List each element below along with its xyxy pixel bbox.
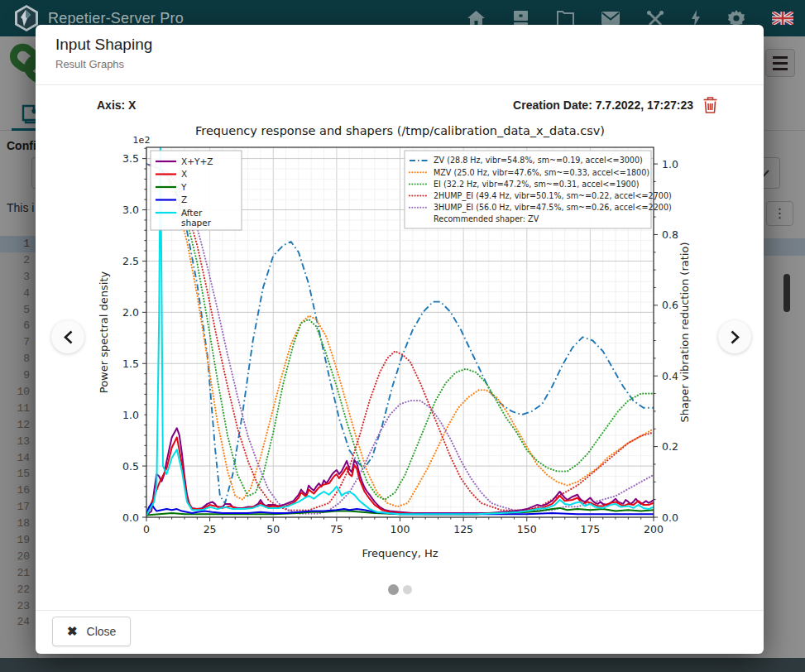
folder-icon[interactable] — [557, 11, 574, 26]
svg-text:175: 175 — [580, 523, 600, 535]
svg-text:50: 50 — [266, 523, 280, 535]
svg-text:150: 150 — [517, 523, 537, 535]
svg-text:3.0: 3.0 — [122, 204, 139, 216]
svg-text:0.8: 0.8 — [662, 228, 678, 241]
svg-text:25: 25 — [204, 523, 217, 535]
creation-date-label: Creation Date: 7.7.2022, 17:27:23 — [513, 98, 693, 112]
carousel-dot[interactable] — [388, 584, 399, 595]
svg-text:0.0: 0.0 — [662, 511, 678, 524]
modal-title: Input Shaping — [55, 36, 744, 54]
svg-text:125: 125 — [453, 523, 473, 535]
chevron-right-icon — [731, 330, 740, 344]
home-icon[interactable] — [467, 11, 485, 26]
svg-text:X+Y+Z: X+Y+Z — [181, 156, 213, 166]
printer-icon[interactable] — [512, 11, 529, 26]
svg-text:X: X — [181, 169, 187, 179]
svg-text:1.0: 1.0 — [122, 409, 139, 421]
svg-text:EI (32.2 Hz, vibr=47.2%, sm~=0: EI (32.2 Hz, vibr=47.2%, sm~=0.31, accel… — [434, 180, 640, 189]
carousel-dot[interactable] — [403, 585, 412, 594]
svg-text:1.0: 1.0 — [662, 158, 678, 170]
svg-text:Frequency, Hz: Frequency, Hz — [362, 547, 438, 559]
svg-text:0: 0 — [143, 523, 150, 535]
svg-text:0.4: 0.4 — [662, 370, 678, 382]
svg-text:1e2: 1e2 — [133, 135, 151, 146]
svg-text:75: 75 — [330, 523, 343, 535]
svg-text:0.2: 0.2 — [662, 440, 678, 453]
svg-text:ZV (28.8 Hz, vibr=54.8%, sm~=0: ZV (28.8 Hz, vibr=54.8%, sm~=0.19, accel… — [434, 156, 643, 165]
svg-text:Z: Z — [181, 194, 187, 204]
svg-text:Shaper vibration reduction (ra: Shaper vibration reduction (ratio) — [678, 242, 691, 423]
delete-trash-icon[interactable] — [703, 97, 717, 113]
svg-text:Frequency response and shapers: Frequency response and shapers (/tmp/cal… — [195, 124, 605, 137]
close-button[interactable]: ✖ Close — [52, 617, 131, 646]
svg-text:0.6: 0.6 — [662, 299, 678, 311]
axis-label: Axis: X — [97, 98, 136, 112]
svg-text:Recommended shaper: ZV: Recommended shaper: ZV — [434, 214, 539, 223]
result-chart: 02550751001251501752000.00.51.01.52.02.5… — [94, 120, 705, 577]
svg-text:0.5: 0.5 — [122, 460, 139, 473]
chevron-left-icon — [64, 330, 73, 344]
input-shaping-modal: Input Shaping Result Graphs Axis: X Crea… — [36, 25, 764, 654]
flag-uk-icon[interactable] — [772, 12, 793, 25]
svg-text:3.5: 3.5 — [122, 152, 139, 165]
svg-text:2.5: 2.5 — [122, 255, 139, 267]
carousel-prev-button[interactable] — [51, 320, 84, 353]
svg-text:3HUMP_EI (56.0 Hz, vibr=47.5%,: 3HUMP_EI (56.0 Hz, vibr=47.5%, sm~=0.26,… — [434, 203, 672, 213]
svg-text:2.0: 2.0 — [122, 306, 139, 319]
modal-header: Input Shaping Result Graphs — [36, 25, 764, 85]
svg-text:100: 100 — [391, 523, 410, 535]
svg-text:Power spectral density: Power spectral density — [98, 271, 110, 393]
svg-text:0.0: 0.0 — [122, 511, 139, 524]
settings-icon[interactable] — [728, 10, 745, 26]
carousel-dots — [36, 584, 764, 595]
close-button-label: Close — [87, 625, 117, 638]
svg-text:Y: Y — [180, 182, 187, 192]
modal-footer: ✖ Close — [36, 610, 764, 654]
svg-text:2HUMP_EI (49.4 Hz, vibr=50.1%,: 2HUMP_EI (49.4 Hz, vibr=50.1%, sm~=0.22,… — [434, 191, 672, 201]
modal-subtitle: Result Graphs — [55, 58, 744, 70]
svg-text:MZV (25.0 Hz, vibr=47.6%, sm~=: MZV (25.0 Hz, vibr=47.6%, sm~=0.33, acce… — [434, 168, 649, 177]
close-icon: ✖ — [67, 624, 78, 639]
tools-icon[interactable] — [647, 11, 664, 26]
mail-icon[interactable] — [601, 12, 620, 25]
svg-text:200: 200 — [644, 523, 664, 535]
carousel-next-button[interactable] — [718, 320, 751, 353]
bolt-icon[interactable] — [691, 10, 701, 26]
svg-text:1.5: 1.5 — [122, 358, 139, 370]
